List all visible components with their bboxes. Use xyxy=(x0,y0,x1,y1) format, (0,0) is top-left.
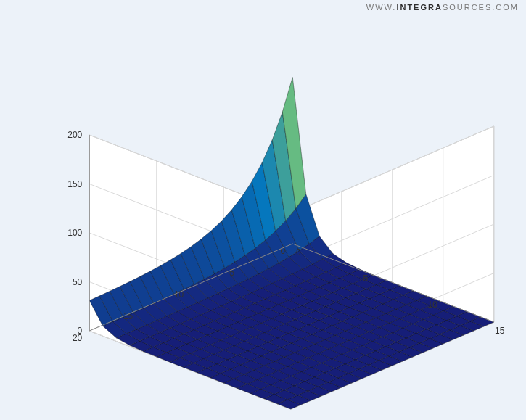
surface-plot-axes: 05010015020005101505101520 xyxy=(0,0,526,420)
svg-text:20: 20 xyxy=(73,333,83,343)
svg-text:0: 0 xyxy=(296,247,301,258)
svg-text:100: 100 xyxy=(67,228,82,238)
svg-text:10: 10 xyxy=(428,300,438,310)
svg-text:50: 50 xyxy=(73,277,83,287)
svg-text:150: 150 xyxy=(67,179,82,189)
svg-text:5: 5 xyxy=(363,273,368,284)
svg-text:15: 15 xyxy=(495,326,505,336)
svg-text:200: 200 xyxy=(67,130,82,140)
surface-plot-svg: 05010015020005101505101520 xyxy=(0,0,526,420)
